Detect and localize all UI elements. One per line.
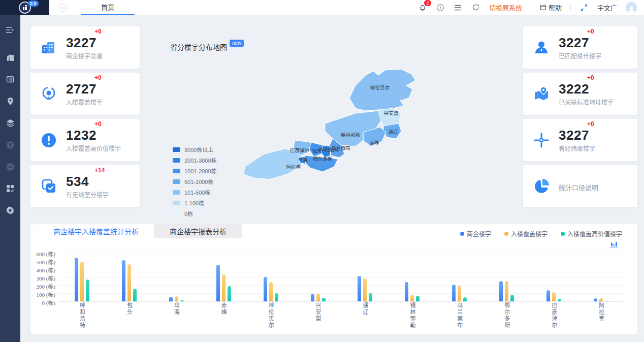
bar bbox=[222, 274, 226, 301]
bar bbox=[505, 281, 508, 301]
legend-label: 入楼覆盖高价值楼宇 bbox=[567, 229, 622, 238]
kpi-card-coordinates[interactable]: +0 3227 有经纬度楼宇 bbox=[523, 119, 637, 161]
sidebar-item-stats-icon[interactable] bbox=[0, 158, 20, 175]
y-axis-tick: 200 (栋) bbox=[32, 282, 55, 290]
bar bbox=[311, 294, 314, 301]
legend-dot bbox=[460, 232, 464, 236]
map-label: 阿拉善 bbox=[286, 164, 301, 170]
help-label: 帮助 bbox=[549, 3, 562, 12]
sidebar-item-settings-gear-icon[interactable] bbox=[0, 202, 20, 219]
bar bbox=[122, 260, 125, 301]
bar bbox=[499, 281, 503, 301]
kpi-value: 3227 bbox=[66, 36, 135, 50]
chart-panel: 商企楼宇入楼覆盖统计分析 商企楼宇报表分析 商企楼宇 入楼覆盖楼宇 入楼覆盖高价… bbox=[30, 224, 637, 334]
map-legend-item: 501-1000栋 bbox=[173, 177, 217, 185]
bar bbox=[322, 298, 326, 301]
bar bbox=[180, 300, 184, 301]
map-legend-item: 0栋 bbox=[173, 209, 217, 217]
bar bbox=[463, 297, 467, 301]
legend-item-high-value[interactable]: 入楼覆盖高价值楼宇 bbox=[561, 229, 622, 238]
chart-type-bar-icon[interactable] bbox=[610, 240, 618, 248]
sidebar-item-layers-icon[interactable] bbox=[0, 114, 20, 132]
sidebar-item-location-icon[interactable] bbox=[0, 92, 20, 110]
bar-group-乌海 bbox=[153, 253, 200, 301]
switch-system-link[interactable]: 切换原系统 bbox=[489, 3, 522, 12]
new-badge: new bbox=[230, 40, 244, 47]
chevron-circle-icon[interactable] bbox=[436, 3, 445, 12]
x-axis-label: 呼和浩特 bbox=[58, 302, 106, 329]
kpi-label: 有经纬度楼宇 bbox=[559, 144, 632, 152]
kpi-card-wireless-buildings[interactable]: +14 534 有无线室分楼宇 bbox=[30, 165, 140, 207]
bar-group-巴彦淖尔 bbox=[530, 253, 577, 301]
x-axis-label: 阿拉善 bbox=[577, 302, 625, 329]
map-label: 乌海 bbox=[298, 157, 308, 163]
menu-icon[interactable] bbox=[454, 3, 463, 12]
chart-legend: 商企楼宇 入楼覆盖楼宇 入楼覆盖高价值楼宇 bbox=[460, 229, 622, 238]
tab-report-analysis[interactable]: 商企楼宇报表分析 bbox=[154, 224, 242, 238]
sidebar-item-records-icon[interactable] bbox=[0, 71, 20, 88]
refresh-icon[interactable] bbox=[471, 3, 480, 12]
collapse-menu-icon[interactable] bbox=[0, 21, 20, 39]
sidebar-item-apps-icon[interactable] bbox=[0, 180, 20, 197]
version-badge: 2.0 bbox=[28, 1, 39, 7]
legend-swatch bbox=[173, 201, 180, 205]
tab-home[interactable]: 首页 bbox=[81, 0, 135, 15]
kpi-value: 534 bbox=[66, 175, 135, 189]
tab-coverage-statistics[interactable]: 商企楼宇入楼覆盖统计分析 bbox=[38, 224, 154, 238]
bar bbox=[275, 293, 278, 301]
pie-icon bbox=[531, 176, 552, 197]
coordinates-icon bbox=[531, 130, 552, 150]
bar bbox=[510, 295, 514, 301]
legend-swatch bbox=[173, 169, 180, 173]
bar-group-包头 bbox=[106, 253, 153, 301]
bar bbox=[552, 292, 556, 301]
bar bbox=[358, 276, 361, 301]
bar bbox=[80, 262, 84, 301]
gridline bbox=[58, 301, 625, 302]
x-axis-label: 呼伦贝尔 bbox=[247, 302, 295, 329]
person-icon bbox=[531, 38, 552, 58]
kpi-delta: +0 bbox=[587, 120, 594, 128]
province-map[interactable]: 呼伦贝尔 兴安盟 通辽 赤峰 锡林郭勒 乌兰察布 呼和浩特 包头 巴彦淖尔 鄂尔… bbox=[243, 68, 421, 187]
kpi-card-high-value-buildings[interactable]: +0 1232 入楼覆盖高价值楼宇 bbox=[30, 119, 140, 161]
x-axis-label: 赤峰 bbox=[200, 302, 247, 329]
y-axis-tick: 600 (栋) bbox=[32, 250, 55, 258]
kpi-delta: +0 bbox=[94, 120, 102, 128]
legend-item-buildings[interactable]: 商企楼宇 bbox=[460, 229, 491, 238]
legend-swatch bbox=[173, 179, 180, 184]
help-button[interactable]: 帮助 bbox=[540, 3, 562, 12]
bar bbox=[410, 295, 414, 301]
bar-group-鄂尔多斯 bbox=[483, 253, 530, 301]
fullscreen-icon[interactable] bbox=[579, 3, 589, 12]
bar bbox=[175, 296, 178, 301]
map-legend-item: 101-500栋 bbox=[173, 188, 217, 196]
kpi-delta: +0 bbox=[587, 28, 594, 35]
chart-tabs: 商企楼宇入楼覆盖统计分析 商企楼宇报表分析 bbox=[38, 224, 242, 238]
map-legend-item: 2001-3000栋 bbox=[173, 156, 217, 164]
notification-count-badge: 2 bbox=[424, 0, 431, 6]
kpi-card-statistics-info[interactable]: 统计口径说明 bbox=[523, 165, 637, 207]
sidebar-item-buildings-icon[interactable] bbox=[0, 49, 20, 66]
kpi-card-total-buildings[interactable]: +0 3227 商企楼宇总量 bbox=[30, 26, 140, 69]
kpi-card-coverage-buildings[interactable]: +0 2727 入楼覆盖楼宇 bbox=[30, 73, 140, 115]
username[interactable]: 宇文广 bbox=[597, 3, 617, 12]
kpi-card-matched-manager[interactable]: +0 3227 已匹配楼长楼宇 bbox=[523, 26, 637, 69]
kpi-label: 统计口径说明 bbox=[559, 182, 632, 192]
back-icon[interactable]: ‹ bbox=[58, 4, 67, 12]
sidebar-item-network-icon[interactable] bbox=[0, 136, 20, 153]
y-axis-tick: 300 (栋) bbox=[32, 274, 55, 282]
bar-group-赤峰 bbox=[200, 253, 247, 301]
legend-label: 入楼覆盖楼宇 bbox=[511, 229, 548, 238]
kpi-value: 3222 bbox=[559, 82, 632, 96]
y-axis-tick: 100 (栋) bbox=[32, 290, 55, 298]
app-logo[interactable]: 2.0 bbox=[0, 0, 49, 15]
legend-item-coverage[interactable]: 入楼覆盖楼宇 bbox=[504, 229, 548, 238]
legend-swatch bbox=[173, 211, 180, 216]
divider bbox=[531, 4, 531, 11]
kpi-card-standard-address[interactable]: +0 3222 已关联标准地址楼宇 bbox=[523, 73, 637, 115]
map-label: 赤峰 bbox=[369, 140, 379, 145]
notifications-bell-icon[interactable]: 2 bbox=[418, 3, 427, 12]
user-avatar[interactable] bbox=[626, 2, 637, 13]
map-panel: 省分楼宇分布地图 new 3000栋以上2001-3000栋1001-2000栋… bbox=[150, 24, 523, 228]
bar bbox=[363, 278, 367, 301]
